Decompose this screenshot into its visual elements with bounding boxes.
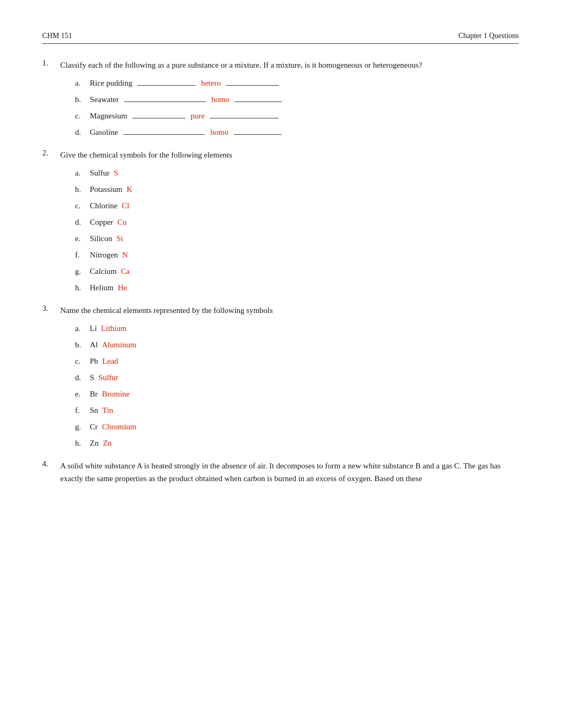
question-2-number: 2. — [42, 149, 55, 161]
q1-item-d: d. Gasoline homo — [75, 128, 519, 137]
q1-item-c-text: Magnesium — [90, 112, 127, 121]
question-3-text: Name the chemical elements represented b… — [60, 304, 273, 317]
question-1-text: Classify each of the following as a pure… — [60, 59, 422, 71]
question-4: 4. A solid white substance A is heated s… — [42, 459, 519, 485]
course-code: CHM 151 — [42, 32, 72, 40]
q1-item-a-text: Rice pudding — [90, 79, 132, 88]
question-1: 1. Classify each of the following as a p… — [42, 59, 519, 137]
q3-item-h: h. Zn Zn — [75, 439, 519, 448]
q2-item-a: a. Sulfur S — [75, 169, 519, 178]
q3-item-g-answer: Chromium — [102, 422, 136, 431]
q3-item-f: f. Sn Tin — [75, 406, 519, 415]
q1-item-d-label: d. — [75, 128, 86, 137]
q1-item-a-label: a. — [75, 79, 86, 88]
question-3-subitems: a. Li Lithium b. Al Aluminum c. Pb Lead … — [75, 324, 519, 448]
q1-item-a-answer: hetero — [201, 79, 220, 88]
q2-item-h: h. Helium He — [75, 283, 519, 292]
q3-item-a: a. Li Lithium — [75, 324, 519, 333]
q3-item-c: c. Pb Lead — [75, 357, 519, 366]
q3-item-e: e. Br Bromine — [75, 390, 519, 399]
question-4-number: 4. — [42, 459, 55, 485]
q1-item-b-blank1 — [124, 102, 206, 102]
q1-item-d-blank2 — [234, 134, 282, 135]
q1-item-d-blank1 — [123, 134, 205, 135]
q1-item-c: c. Magnesium pure — [75, 112, 519, 121]
q1-item-d-text: Gasoline — [90, 128, 118, 137]
q2-item-g: g. Calcium Ca — [75, 267, 519, 276]
q1-item-b: b. Seawater homo — [75, 95, 519, 104]
q1-item-b-label: b. — [75, 95, 86, 104]
q2-item-c: c. Chlorine Cl — [75, 201, 519, 210]
q2-item-b: b. Potassium K — [75, 185, 519, 194]
q1-item-a-blank2 — [226, 85, 279, 86]
q1-item-b-text: Seawater — [90, 95, 119, 104]
q1-item-b-answer: homo — [211, 95, 229, 104]
chapter-title: Chapter 1 Questions — [459, 32, 519, 40]
question-2-text: Give the chemical symbols for the follow… — [60, 149, 232, 161]
question-2-subitems: a. Sulfur S b. Potassium K c. Chlorine C… — [75, 169, 519, 292]
q2-item-d: d. Copper Cu — [75, 218, 519, 227]
question-1-subitems: a. Rice pudding hetero b. Seawater homo … — [75, 79, 519, 137]
q1-item-c-blank1 — [133, 118, 185, 118]
q1-item-a: a. Rice pudding hetero — [75, 79, 519, 88]
question-4-text: A solid white substance A is heated stro… — [60, 459, 519, 485]
q1-item-c-blank2 — [210, 118, 278, 118]
q3-item-b: b. Al Aluminum — [75, 340, 519, 349]
q1-item-a-blank1 — [137, 85, 195, 86]
q3-item-c-answer: Lead — [102, 357, 118, 366]
q1-item-c-answer: pure — [191, 112, 205, 121]
q2-item-f: f. Nitrogen N — [75, 251, 519, 260]
q2-item-e: e. Silicon Si — [75, 234, 519, 243]
q3-item-g: g. Cr Chromium — [75, 422, 519, 431]
question-3-number: 3. — [42, 304, 55, 317]
q1-item-c-label: c. — [75, 112, 86, 121]
q3-item-d: d. S Sulfur — [75, 373, 519, 382]
question-3: 3. Name the chemical elements represente… — [42, 304, 519, 448]
question-2: 2. Give the chemical symbols for the fol… — [42, 149, 519, 292]
question-1-number: 1. — [42, 59, 55, 71]
q1-item-d-answer: homo — [210, 128, 228, 137]
page-header: CHM 151 Chapter 1 Questions — [42, 32, 519, 44]
q1-item-b-blank2 — [235, 102, 282, 102]
